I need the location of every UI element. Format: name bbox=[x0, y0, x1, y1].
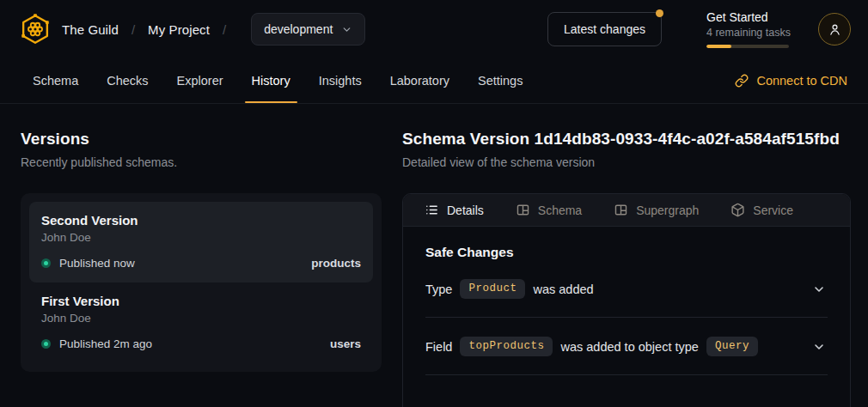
project-nav: Schema Checks Explorer History Insights … bbox=[0, 58, 868, 104]
get-started-widget[interactable]: Get Started 4 remaining tasks bbox=[706, 10, 789, 48]
chevron-down-icon[interactable] bbox=[812, 340, 826, 354]
tab-settings[interactable]: Settings bbox=[478, 58, 523, 103]
list-icon bbox=[425, 203, 439, 217]
versions-list: Second Version John Doe Published now pr… bbox=[21, 193, 382, 372]
chevron-down-icon bbox=[341, 24, 352, 35]
tab-laboratory[interactable]: Laboratory bbox=[390, 58, 449, 103]
version-detail-panel: Schema Version 1d14db83-0933-4f4c-a02f-a… bbox=[402, 130, 851, 407]
connect-to-cdn-label: Connect to CDN bbox=[756, 74, 847, 88]
version-author: John Doe bbox=[41, 312, 361, 325]
breadcrumb-separator: / bbox=[223, 22, 226, 37]
version-status: Published now bbox=[59, 257, 135, 270]
safe-changes-heading: Safe Changes bbox=[425, 245, 828, 260]
version-name: Second Version bbox=[41, 213, 361, 228]
get-started-progress-fill bbox=[706, 45, 731, 48]
columns-icon bbox=[516, 203, 530, 217]
version-detail-title: Schema Version 1d14db83-0933-4f4c-a02f-a… bbox=[402, 130, 851, 149]
link-icon bbox=[735, 74, 749, 88]
latest-changes-label: Latest changes bbox=[564, 22, 645, 36]
environment-selector-value: development bbox=[264, 22, 333, 36]
published-status-dot bbox=[41, 258, 51, 268]
latest-changes-button[interactable]: Latest changes bbox=[547, 12, 662, 46]
tab-history[interactable]: History bbox=[252, 58, 290, 103]
breadcrumb-project[interactable]: My Project bbox=[148, 22, 210, 37]
version-author: John Doe bbox=[41, 231, 361, 244]
detail-tab-schema[interactable]: Schema bbox=[516, 203, 582, 217]
get-started-title: Get Started bbox=[706, 10, 789, 24]
version-service: products bbox=[311, 257, 361, 270]
published-status-dot bbox=[41, 339, 51, 349]
columns-icon bbox=[614, 203, 628, 217]
change-code: Product bbox=[460, 279, 525, 299]
hive-logo-icon[interactable] bbox=[19, 13, 52, 46]
versions-panel: Versions Recently published schemas. Sec… bbox=[21, 130, 382, 407]
version-status: Published 2m ago bbox=[59, 337, 152, 350]
get-started-subtitle: 4 remaining tasks bbox=[706, 27, 789, 39]
change-code: topProducts bbox=[460, 337, 553, 356]
detail-tab-supergraph[interactable]: Supergraph bbox=[614, 203, 699, 217]
change-text: was added bbox=[533, 282, 593, 296]
get-started-progressbar bbox=[706, 45, 789, 48]
breadcrumb-separator: / bbox=[131, 22, 135, 37]
version-service: users bbox=[330, 337, 361, 350]
connect-to-cdn-link[interactable]: Connect to CDN bbox=[735, 58, 847, 103]
version-name: First Version bbox=[41, 294, 361, 308]
user-avatar[interactable] bbox=[818, 13, 851, 46]
versions-title: Versions bbox=[21, 130, 382, 149]
environment-selector[interactable]: development bbox=[251, 13, 365, 46]
cube-icon bbox=[730, 203, 745, 217]
app-header: The Guild / My Project / development Lat… bbox=[0, 0, 868, 58]
versions-subtitle: Recently published schemas. bbox=[21, 155, 382, 169]
version-list-item[interactable]: First Version John Doe Published 2m ago … bbox=[29, 282, 373, 363]
change-text: was added to object type bbox=[560, 340, 698, 354]
version-detail-box: Details Schema Supergraph bbox=[402, 193, 851, 407]
change-text: Field bbox=[425, 340, 452, 354]
detail-tab-details[interactable]: Details bbox=[425, 203, 484, 217]
detail-tab-service[interactable]: Service bbox=[730, 203, 793, 217]
user-icon bbox=[828, 22, 842, 37]
tab-schema[interactable]: Schema bbox=[33, 58, 78, 103]
version-detail-subtitle: Detailed view of the schema version bbox=[402, 155, 851, 169]
tab-explorer[interactable]: Explorer bbox=[177, 58, 223, 103]
detail-tabs: Details Schema Supergraph bbox=[403, 194, 850, 227]
main-content: Versions Recently published schemas. Sec… bbox=[0, 104, 868, 407]
change-row[interactable]: Type Product was added bbox=[425, 260, 828, 318]
chevron-down-icon[interactable] bbox=[812, 282, 826, 296]
breadcrumb-org[interactable]: The Guild bbox=[62, 22, 119, 37]
version-list-item[interactable]: Second Version John Doe Published now pr… bbox=[29, 202, 373, 282]
change-row[interactable]: Field topProducts was added to object ty… bbox=[425, 318, 828, 375]
notification-dot bbox=[656, 9, 663, 17]
change-text: Type bbox=[425, 282, 452, 296]
change-code: Query bbox=[706, 337, 758, 356]
detail-content: Safe Changes Type Product was added Fiel… bbox=[403, 227, 850, 375]
tab-checks[interactable]: Checks bbox=[107, 58, 148, 103]
tab-insights[interactable]: Insights bbox=[319, 58, 362, 103]
